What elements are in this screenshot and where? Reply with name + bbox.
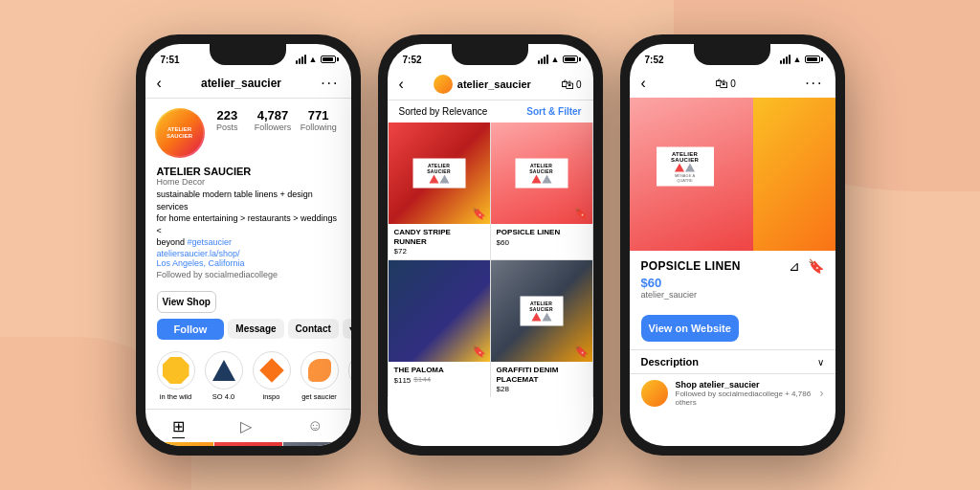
product-name-1: CANDY STRIPE RUNNER bbox=[394, 228, 484, 246]
contact-button[interactable]: Contact bbox=[288, 319, 339, 339]
highlight-inspo[interactable]: inspo bbox=[253, 351, 291, 401]
product-card-3[interactable]: 🔖 THE PALOMA $115 $144 bbox=[389, 260, 490, 397]
phone-detail: 7:52 ▲ ‹ 🛍 bbox=[620, 34, 845, 456]
signal-bar bbox=[780, 60, 782, 64]
battery-fill bbox=[323, 57, 333, 61]
view-shop-button[interactable]: View Shop bbox=[157, 291, 216, 313]
highlight-label: in the wild bbox=[160, 392, 191, 401]
product-name-3: THE PALOMA bbox=[394, 366, 484, 375]
grid-tab-posts[interactable]: ⊞ bbox=[172, 417, 185, 438]
product-card-4[interactable]: ATELIERSAUCIER 🔖 GRAFFITI DENIM PLACEMAT… bbox=[491, 260, 592, 397]
highlight-circle bbox=[348, 351, 351, 390]
grid-cell-3[interactable] bbox=[283, 442, 351, 446]
sort-filter-button[interactable]: Sort & Filter bbox=[526, 106, 581, 117]
description-row[interactable]: Description ∨ bbox=[630, 349, 835, 373]
action-buttons: Follow Message Contact ▾ bbox=[145, 319, 351, 347]
profile-stats: ATELIERSAUCIER 223 Posts 4,787 Followers… bbox=[145, 99, 351, 164]
highlight-label: get saucier bbox=[301, 392, 337, 401]
detail-back-button[interactable]: ‹ bbox=[641, 75, 646, 92]
highlight-label: inspo bbox=[263, 392, 280, 401]
profile-location[interactable]: Los Angeles, California bbox=[157, 258, 340, 268]
highlight-shape-diamond bbox=[259, 358, 283, 382]
detail-title-row: POPSICLE LINEN ⊿ 🔖 bbox=[641, 258, 824, 274]
shop-back-button[interactable]: ‹ bbox=[399, 76, 404, 93]
filter-icon[interactable]: ⊿ bbox=[789, 258, 800, 274]
seller-followed: Followed by socialmediacollege + 4,786 o… bbox=[676, 390, 813, 407]
seller-row[interactable]: Shop atelier_saucier Followed by socialm… bbox=[630, 373, 835, 412]
signal-bar bbox=[538, 60, 540, 64]
back-button[interactable]: ‹ bbox=[157, 75, 162, 92]
detail-cart-icon: 🛍 bbox=[715, 76, 728, 91]
detail-more-button[interactable]: ··· bbox=[805, 75, 823, 92]
status-time-3: 7:52 bbox=[645, 55, 664, 65]
signal-bar bbox=[789, 55, 791, 64]
detail-cart-count: 0 bbox=[730, 78, 736, 89]
product-price-4: $28 bbox=[497, 385, 587, 393]
detail-actions: ⊿ 🔖 bbox=[789, 258, 824, 274]
product-grid: ATELIERSAUCIER 🔖 CANDY STRIPE RUNNER $72 bbox=[388, 122, 593, 397]
highlight-circle bbox=[157, 351, 195, 390]
highlight-circle bbox=[301, 351, 339, 390]
profile-name: ATELIER SAUCIER bbox=[157, 166, 340, 177]
seller-name: Shop atelier_saucier bbox=[676, 380, 813, 390]
signal-bars-1 bbox=[296, 55, 306, 64]
highlight-shape-blob bbox=[308, 359, 331, 382]
posts-label: Posts bbox=[205, 122, 251, 132]
bookmark-icon-1[interactable]: 🔖 bbox=[472, 207, 486, 220]
detail-sub-label: MÉNAGE ÀQUATRE bbox=[661, 173, 709, 183]
bookmark-icon-2[interactable]: 🔖 bbox=[574, 207, 589, 220]
highlight-label: SO 4.0 bbox=[212, 392, 234, 401]
more-options-button[interactable]: ··· bbox=[321, 75, 339, 92]
shop-header: ‹ atelier_saucier 🛍 0 bbox=[388, 71, 593, 100]
signal-bar bbox=[296, 60, 298, 64]
signal-bar bbox=[544, 56, 546, 64]
bookmark-detail-icon[interactable]: 🔖 bbox=[808, 258, 824, 274]
cart-icon-wrap[interactable]: 🛍 0 bbox=[561, 77, 582, 92]
detail-product-name: POPSICLE LINEN bbox=[641, 259, 741, 273]
grid-tab-reels[interactable]: ▷ bbox=[240, 417, 252, 438]
wifi-icon: ▲ bbox=[309, 55, 318, 64]
logo-triangle-red bbox=[429, 175, 438, 184]
product-image-candy: ATELIERSAUCIER 🔖 bbox=[389, 122, 490, 224]
grid-cell-2[interactable] bbox=[214, 442, 282, 446]
avatar: ATELIERSAUCIER bbox=[155, 108, 205, 158]
product-card-1[interactable]: ATELIERSAUCIER 🔖 CANDY STRIPE RUNNER $72 bbox=[389, 122, 490, 259]
logo-triangle-red-2 bbox=[531, 175, 541, 184]
highlight-dinner[interactable]: dinner bbox=[348, 351, 351, 401]
stat-followers[interactable]: 4,787 Followers bbox=[250, 108, 296, 132]
view-website-button[interactable]: View on Website bbox=[641, 315, 739, 342]
highlight-get-saucier[interactable]: get saucier bbox=[301, 351, 339, 401]
chevron-down-icon: ∨ bbox=[817, 357, 824, 368]
dropdown-button[interactable]: ▾ bbox=[343, 319, 351, 339]
highlight-in-the-wild[interactable]: in the wild bbox=[157, 351, 195, 401]
stat-posts[interactable]: 223 Posts bbox=[205, 108, 251, 132]
grid-cell-1[interactable] bbox=[145, 442, 213, 446]
sort-bar: Sorted by Relevance Sort & Filter bbox=[388, 100, 593, 122]
seller-info: Shop atelier_saucier Followed by socialm… bbox=[676, 380, 813, 407]
wifi-icon-2: ▲ bbox=[551, 55, 560, 64]
product-card-2[interactable]: ATELIERSAUCIER 🔖 POPSICLE LINEN $60 bbox=[491, 122, 592, 259]
bookmark-icon-3[interactable]: 🔖 bbox=[472, 345, 486, 358]
status-time-2: 7:52 bbox=[403, 55, 422, 65]
highlight-so40[interactable]: SO 4.0 bbox=[205, 351, 243, 401]
bookmark-icon-4[interactable]: 🔖 bbox=[574, 345, 589, 358]
seller-chevron-icon: › bbox=[820, 387, 824, 400]
price-row-3: $115 $144 bbox=[394, 375, 484, 385]
logo-triangle-gray-2 bbox=[542, 175, 551, 184]
followers-count: 4,787 bbox=[250, 108, 296, 122]
signal-bar bbox=[299, 58, 301, 64]
shop-username: atelier_saucier bbox=[457, 78, 531, 90]
grid-tab-tagged[interactable]: ☺ bbox=[307, 417, 323, 438]
shop-header-center: atelier_saucier bbox=[434, 75, 531, 94]
follow-button[interactable]: Follow bbox=[157, 319, 225, 340]
message-button[interactable]: Message bbox=[228, 319, 283, 339]
detail-cart-wrap[interactable]: 🛍 0 bbox=[715, 76, 736, 91]
profile-link[interactable]: ateliersaucier.la/shop/ bbox=[157, 249, 340, 258]
profile-grid-tabs: ⊞ ▷ ☺ bbox=[145, 409, 351, 442]
signal-bar bbox=[786, 56, 788, 64]
detail-main-image: ATELIERSAUCIER MÉNAGE ÀQUATRE bbox=[630, 98, 835, 251]
status-time-1: 7:51 bbox=[161, 55, 180, 65]
phone-notch-2 bbox=[452, 44, 528, 65]
stat-following[interactable]: 771 Following bbox=[296, 108, 342, 132]
hashtag-link[interactable]: #getsaucier bbox=[188, 237, 233, 247]
